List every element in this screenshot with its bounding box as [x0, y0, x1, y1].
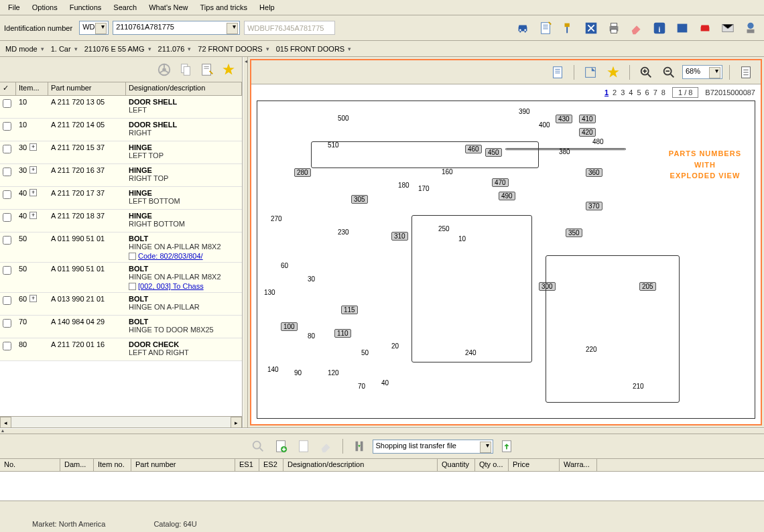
row-check[interactable]	[3, 236, 11, 245]
col-check[interactable]: ✓	[0, 82, 16, 95]
callout[interactable]: 305	[351, 195, 368, 204]
search2-icon[interactable]	[249, 437, 267, 456]
copy-icon[interactable]	[176, 60, 195, 79]
bc-car[interactable]: 1. Car	[51, 45, 78, 53]
page-link[interactable]: 3	[621, 88, 625, 96]
callout[interactable]: 100	[281, 322, 298, 331]
callout[interactable]: 410	[579, 115, 596, 123]
bcol-qty[interactable]: Quantity	[438, 459, 475, 471]
globe-print-icon[interactable]	[741, 19, 760, 38]
nav-icon[interactable]	[581, 63, 600, 82]
row-check[interactable]	[3, 122, 11, 131]
table-row[interactable]: 30+ A 211 720 15 37 HINGE LEFT TOP	[0, 141, 242, 164]
menu-functions[interactable]: Functions	[64, 1, 107, 13]
doc2-icon[interactable]	[294, 437, 313, 456]
callout[interactable]: 470	[492, 178, 509, 187]
bc-model[interactable]: 211076 E 55 AMG	[84, 45, 151, 53]
callout[interactable]: 490	[499, 192, 515, 200]
callout[interactable]: 20	[391, 342, 399, 350]
callout[interactable]: 360	[586, 168, 602, 177]
paint-icon[interactable]	[559, 19, 578, 38]
expand-icon[interactable]: +	[29, 212, 37, 219]
h-scrollbar[interactable]: ◂ ▸	[0, 416, 242, 427]
menu-whats-new[interactable]: What's New	[143, 1, 193, 13]
menu-help[interactable]: Help	[254, 1, 280, 13]
add-doc-icon[interactable]	[271, 437, 290, 456]
expand-icon[interactable]	[582, 19, 600, 38]
star2-icon[interactable]	[604, 63, 623, 82]
notes-icon[interactable]	[536, 19, 555, 38]
page-icon[interactable]	[737, 63, 755, 82]
book-icon[interactable]	[673, 19, 692, 38]
table-row[interactable]: 50 A 011 990 51 01 BOLT HINGE ON A-PILLA…	[0, 263, 242, 293]
bottom-splitter[interactable]	[0, 429, 764, 434]
row-check[interactable]	[3, 342, 11, 350]
splitter[interactable]: ◂	[243, 57, 248, 427]
callout[interactable]: 480	[592, 138, 604, 145]
print-icon[interactable]	[604, 19, 623, 38]
menu-tips[interactable]: Tips and tricks	[195, 1, 253, 13]
notes2-icon[interactable]	[548, 63, 567, 82]
scroll-left-icon[interactable]: ◂	[0, 417, 11, 428]
col-part[interactable]: Part number	[48, 82, 126, 95]
page-link[interactable]: 2	[613, 88, 617, 96]
row-check[interactable]	[3, 213, 11, 222]
table-row[interactable]: 10 A 211 720 13 05 DOOR SHELL LEFT	[0, 96, 242, 119]
table-row[interactable]: 50 A 011 990 51 01 BOLT HINGE ON A-PILLA…	[0, 232, 242, 263]
row-check[interactable]	[3, 319, 11, 328]
bcol-es2[interactable]: ES2	[259, 459, 283, 471]
bcol-es1[interactable]: ES1	[235, 459, 259, 471]
callout[interactable]: 110	[334, 329, 351, 338]
vin-primary-select[interactable]: 2110761A781775	[113, 21, 240, 35]
callout[interactable]: 370	[586, 202, 602, 210]
page-link[interactable]: 8	[661, 88, 665, 96]
bcol-dam[interactable]: Dam...	[60, 459, 94, 471]
bc-mode[interactable]: MD mode	[5, 45, 44, 53]
callout[interactable]: 180	[398, 182, 409, 189]
wheel-icon[interactable]	[155, 60, 174, 79]
info-icon[interactable]: i	[650, 19, 669, 38]
table-row[interactable]: 80 A 211 720 01 16 DOOR CHECK LEFT AND R…	[0, 338, 242, 361]
callout[interactable]: 430	[556, 115, 572, 123]
part-link[interactable]: [002, 003] To Chass	[129, 282, 204, 290]
row-check[interactable]	[3, 266, 11, 275]
bc-group[interactable]: 72 FRONT DOORS	[198, 45, 269, 53]
row-check[interactable]	[3, 145, 11, 153]
edit-notes-icon[interactable]	[198, 60, 216, 79]
row-check[interactable]	[3, 168, 11, 176]
transfer-icon[interactable]	[350, 437, 369, 456]
expand-icon[interactable]: +	[29, 295, 37, 302]
zoom-select[interactable]: 68%	[682, 65, 722, 79]
bcol-item[interactable]: Item no.	[94, 459, 131, 471]
bcol-part[interactable]: Part number	[131, 459, 235, 471]
callout[interactable]: 400	[539, 121, 550, 129]
row-check[interactable]	[3, 190, 11, 199]
parts-list[interactable]: 10 A 211 720 13 05 DOOR SHELL LEFT 10 A …	[0, 96, 242, 416]
menu-search[interactable]: Search	[108, 1, 142, 13]
callout[interactable]: 80	[308, 332, 315, 340]
callout[interactable]: 230	[338, 228, 349, 236]
callout[interactable]: 140	[267, 366, 279, 373]
exploded-diagram[interactable]: PARTS NUMBERS WITH EXPLODED VIEW 5005102…	[257, 101, 755, 419]
vin-secondary-input[interactable]	[244, 21, 335, 35]
transfer-select[interactable]: Shopping list transfer file	[373, 440, 493, 454]
page-link[interactable]: 1	[604, 88, 609, 96]
part-link[interactable]: Code: 802/803/804/	[129, 252, 203, 260]
page-link[interactable]: 6	[645, 88, 649, 96]
expand-icon[interactable]: +	[29, 189, 37, 196]
menu-file[interactable]: File	[3, 1, 25, 13]
bcol-price[interactable]: Price	[509, 459, 560, 471]
export-icon[interactable]	[497, 437, 516, 456]
callout[interactable]: 270	[271, 215, 282, 222]
callout[interactable]: 280	[294, 168, 311, 177]
bc-subgroup[interactable]: 015 FRONT DOORS	[276, 45, 352, 53]
row-check[interactable]	[3, 296, 11, 305]
callout[interactable]: 60	[281, 262, 288, 269]
star-icon[interactable]	[219, 60, 238, 79]
menu-options[interactable]: Options	[27, 1, 63, 13]
table-row[interactable]: 40+ A 211 720 18 37 HINGE RIGHT BOTTOM	[0, 210, 242, 232]
callout[interactable]: 160	[442, 168, 453, 176]
eraser-icon[interactable]	[627, 19, 646, 38]
bcol-qtyo[interactable]: Qty o...	[475, 459, 509, 471]
callout[interactable]: 130	[264, 289, 275, 296]
